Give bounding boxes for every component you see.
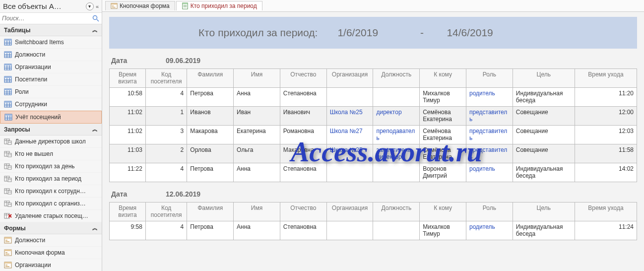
report-group-row: Дата09.06.2019 [109,49,637,68]
form-icon [111,2,118,9]
table-icon [4,88,12,96]
nav-item-query[interactable]: Кто приходил за период [0,173,102,185]
search-input[interactable] [2,15,92,22]
query-icon [4,137,12,145]
nav-item-table[interactable]: Роли [0,86,102,98]
table-icon [4,51,12,59]
table-cell: представитель [466,126,513,144]
nav-pane-header[interactable]: Все объекты A… ▾ « [0,0,102,13]
nav-item-form[interactable]: Кнопочная форма [0,247,102,259]
table-cell: 3 [145,126,187,144]
table-cell: Михалков Тимур [420,221,466,240]
table-cell: Семёнова Екатерина [420,126,466,144]
nav-item-query[interactable]: Данные директоров школ [0,136,102,148]
report-group-label: Дата [111,190,166,198]
query-icon [4,175,12,183]
table-cell: 11:03 [110,144,146,163]
table-cell: директор [373,107,420,126]
search-icon[interactable] [92,14,100,22]
table-cell: Макаровна [280,144,326,163]
report-column-header: Цель [513,69,575,88]
nav-item-label: Учёт посещений [15,114,61,121]
nav-group-header[interactable]: Таблицы︽ [0,24,102,36]
nav-item-table[interactable]: Switchboard Items [0,36,102,49]
document-tabs: Кнопочная формаКто приходил за период [102,0,644,12]
table-row: 11:023МакароваЕкатеринаРомановнаШкола №2… [110,126,637,144]
document-tab[interactable]: Кто приходил за период [176,1,262,10]
report-column-header: Цель [513,203,575,221]
table-cell: Екатерина [234,126,280,144]
table-cell: 11:02 [110,126,146,144]
report-viewport[interactable]: Кто приходил за период: 1/6/2019 - 14/6/… [102,12,644,271]
table-cell: родитель [466,163,513,182]
report-column-header: К кому [420,69,466,88]
nav-item-label: Кто приходил с организ… [15,200,86,207]
table-cell: представитель [466,144,513,163]
table-icon [4,38,12,46]
table-cell: Романовна [280,126,326,144]
svg-rect-15 [4,64,11,66]
table-cell [326,163,373,182]
nav-item-label: Сотрудники [15,101,47,108]
table-cell: Семёнова Екатерина [420,144,466,163]
report-column-header: Имя [234,69,280,88]
table-cell: 2 [145,144,187,163]
nav-item-query[interactable]: Удаление старых посещ… [0,210,102,222]
nav-item-table[interactable]: Учёт посещений [0,111,102,124]
form-icon [4,261,12,269]
svg-rect-82 [5,241,9,242]
table-cell: Петрова [187,163,234,182]
query-icon [4,187,12,195]
table-icon [4,75,12,83]
nav-item-query[interactable]: Кто приходил к сотрудн… [0,185,102,198]
report-column-header: Время визита [110,69,146,88]
table-row: 9:584ПетроваАннаСтепановнаМихалков Тимур… [110,221,637,240]
nav-pane-dropdown-icon[interactable]: ▾ [86,2,94,10]
table-icon [4,113,12,121]
report-date-from: 1/6/2019 [337,27,397,39]
nav-item-query[interactable]: Кто приходил с организ… [0,198,102,210]
nav-search-row [0,13,102,24]
svg-rect-84 [4,250,11,251]
document-tab[interactable]: Кнопочная форма [105,1,175,10]
nav-item-query[interactable]: Кто не вышел [0,148,102,160]
report-column-header: Имя [234,203,280,221]
report-column-header: Роль [466,69,513,88]
svg-rect-80 [4,237,11,239]
report-table: Время визитаКод посетителяФамилияИмяОтче… [109,202,637,240]
nav-item-label: Кто приходил к сотрудн… [15,188,86,195]
nav-item-table[interactable]: Организации [0,61,102,73]
nav-item-label: Кто приходил за день [15,163,75,170]
svg-rect-88 [4,262,11,264]
table-row: 11:224ПетроваАннаСтепановнаВоронов Дмитр… [110,163,637,182]
table-cell: Школа №25 [326,144,373,163]
nav-item-form[interactable]: Должности [0,234,102,247]
report-group-row: Дата12.06.2019 [109,182,637,202]
table-cell: Анна [234,88,280,107]
report-column-header: Фамилия [187,203,234,221]
svg-point-0 [93,16,97,20]
nav-item-table[interactable]: Должности [0,49,102,61]
report-column-header: Код посетителя [145,203,187,221]
table-cell: 11:02 [110,107,146,126]
report-group-date: 12.06.2019 [166,190,200,198]
table-cell: Петрова [187,221,234,240]
report-column-header: Роль [466,203,513,221]
report-title: Кто приходил за период: [124,27,318,39]
collapse-icon: ︽ [92,26,98,34]
nav-item-query[interactable]: Кто приходил за день [0,160,102,173]
nav-item-form[interactable]: Организации [0,259,102,271]
nav-item-label: Организации [15,262,51,269]
svg-rect-85 [5,252,7,253]
collapse-icon: ︽ [92,224,98,232]
nav-group-header[interactable]: Запросы︽ [0,124,102,136]
nav-item-table[interactable]: Сотрудники [0,98,102,111]
report-column-header: Время ухода [575,69,637,88]
report-column-header: К кому [420,203,466,221]
nav-group-header[interactable]: Формы︽ [0,222,102,234]
nav-item-label: Должности [15,51,45,58]
table-cell: Петрова [187,88,234,107]
table-cell: 11:24 [575,221,637,240]
nav-item-table[interactable]: Посетители [0,73,102,86]
nav-pane-collapse-icon[interactable]: « [96,3,99,9]
